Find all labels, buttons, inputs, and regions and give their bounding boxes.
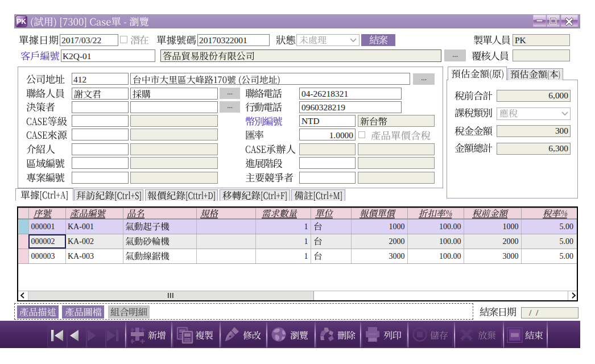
svg-text:PK: PK (16, 18, 26, 26)
